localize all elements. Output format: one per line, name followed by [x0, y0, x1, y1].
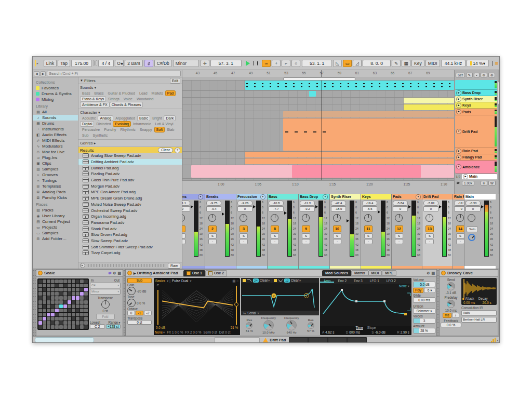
detune-value[interactable]: Det 0 ct: [219, 330, 231, 334]
attack-value[interactable]: 0.00 ms: [463, 301, 475, 304]
fader-handle[interactable]: [347, 219, 349, 222]
scale-cell[interactable]: [59, 296, 63, 300]
tag-evolving[interactable]: Evolving: [113, 122, 130, 126]
scale-cell[interactable]: [76, 300, 79, 304]
result-item-soft-shimmer-filter-sweep-pad-adv[interactable]: Soft Shimmer Filter Sweep Pad.adv: [78, 244, 182, 250]
clear-filters-button[interactable]: Clear: [158, 148, 173, 153]
scale-cell[interactable]: [80, 300, 84, 304]
pan-knob[interactable]: [456, 214, 464, 222]
scale-cell[interactable]: [51, 292, 55, 296]
strip-fold-icon[interactable]: ▾: [323, 194, 328, 200]
env-r-value[interactable]: R2.90 s: [397, 330, 409, 334]
fader-handle[interactable]: [253, 205, 256, 208]
track-number[interactable]: 10: [333, 225, 341, 232]
scale-cell[interactable]: [47, 284, 50, 287]
preview-waveform[interactable]: [87, 264, 166, 267]
scale-cell[interactable]: [63, 325, 67, 329]
tag-digital[interactable]: Digital: [81, 122, 94, 126]
mixer-strip-keys[interactable]: Keys-19.4-6.6606121824303642486011S◦: [361, 194, 392, 269]
scale-cell[interactable]: [59, 317, 63, 321]
scale-cell[interactable]: [80, 280, 84, 283]
scale-cell[interactable]: [47, 313, 50, 316]
tab-osc2[interactable]: Osc 2: [205, 270, 227, 276]
wt-position-slider[interactable]: [233, 284, 240, 326]
tag-arpeggiated[interactable]: Arpeggiated: [114, 116, 137, 121]
wavetable-on-button[interactable]: [127, 271, 132, 275]
computer-midi-keyboard-button[interactable]: ▦: [402, 60, 410, 67]
scale-cell[interactable]: [43, 296, 46, 300]
scale-cell[interactable]: [51, 313, 55, 316]
tab-matrix[interactable]: Matrix: [351, 270, 368, 276]
scale-cell[interactable]: [80, 284, 84, 287]
sidebar-item-modulators[interactable]: ∿Modulators: [33, 143, 78, 149]
result-item-fizzling-pad-adv[interactable]: Fizzling Pad.adv: [78, 171, 182, 177]
filter1-on-button[interactable]: [243, 279, 246, 282]
filter2-type-icon[interactable]: [278, 278, 283, 282]
tag-synthetic[interactable]: Synthetic: [91, 133, 109, 138]
scale-root-select[interactable]: C#▾: [90, 283, 121, 288]
osc-gain-slider[interactable]: C: [154, 284, 162, 326]
sidebar-item-drums[interactable]: ▦Drums: [33, 121, 78, 126]
unfold-icon[interactable]: ▶: [456, 90, 461, 96]
tag-acoustic[interactable]: Acoustic: [81, 116, 97, 121]
scale-cell[interactable]: [84, 325, 88, 329]
strip-fold-icon[interactable]: ▾: [260, 194, 265, 200]
push-status-icon[interactable]: [35, 60, 36, 66]
sidebar-item-grooves[interactable]: ≈Grooves: [33, 172, 78, 178]
scale-cell[interactable]: [68, 304, 71, 308]
scale-cell[interactable]: [59, 280, 63, 283]
f2-res-value[interactable]: 57 %: [307, 329, 314, 332]
scale-cell[interactable]: [47, 325, 50, 329]
scale-cell[interactable]: [72, 284, 75, 287]
range-value[interactable]: +128 st: [106, 324, 121, 329]
scale-cell[interactable]: [38, 325, 42, 329]
punch-out-button[interactable]: ◿: [353, 60, 362, 67]
f2-freq-value[interactable]: 640 Hz: [287, 331, 297, 334]
tag-punchy[interactable]: Punchy: [102, 127, 117, 132]
predelay-value[interactable]: 10.0 ms: [441, 309, 461, 312]
sidebar-item-sounds[interactable]: ♪Sounds: [33, 115, 78, 121]
result-item-shark-pad-adv[interactable]: Shark Pad.adv: [78, 225, 182, 232]
tab-midi[interactable]: MIDI: [368, 270, 382, 276]
scale-cell[interactable]: [76, 288, 79, 291]
scale-cell[interactable]: [76, 280, 79, 283]
loop-button[interactable]: ▭: [343, 60, 352, 67]
scale-cell[interactable]: [63, 284, 67, 287]
ir-waveform-display[interactable]: ■ Attack Decay 0.00 ms 20.0 s: [461, 278, 497, 305]
volume-value[interactable]: 0: [393, 206, 408, 211]
scale-cell[interactable]: [76, 304, 79, 308]
sidebar-item-audio-effects[interactable]: ◧Audio Effects: [33, 132, 78, 138]
filter-display[interactable]: 2 1: [241, 283, 319, 311]
scale-cell[interactable]: [84, 288, 88, 291]
tag-bright[interactable]: Bright: [151, 116, 163, 121]
scale-cell[interactable]: [38, 300, 42, 304]
remove-automation-lane-icon[interactable]: ⊕: [488, 73, 495, 77]
tag-rhythmic[interactable]: Rhythmic: [119, 127, 137, 132]
tab-env2[interactable]: Env 2: [334, 279, 350, 283]
scale-cell[interactable]: [63, 317, 67, 321]
track-header-blank[interactable]: [455, 80, 497, 90]
unfold-icon[interactable]: ▶: [463, 174, 468, 179]
track-number[interactable]: 2: [208, 225, 217, 232]
mixer-strip-drums[interactable]: Drums▾-11.1060612182430364248601S◦: [182, 194, 205, 269]
tag-sub[interactable]: Sub: [81, 133, 90, 138]
scale-cell[interactable]: [47, 300, 50, 304]
predelay-knob[interactable]: [447, 300, 455, 308]
pan-knob[interactable]: [182, 214, 185, 222]
scale-cell[interactable]: [68, 284, 71, 287]
pitch-mod-select[interactable]: None: [155, 330, 163, 334]
main-track-row[interactable]: 1/2▶Main: [455, 174, 498, 180]
solo-button[interactable]: Solo: [467, 227, 478, 232]
scale-cell[interactable]: [51, 300, 55, 304]
tab-lfo1[interactable]: LFO 1: [366, 279, 383, 283]
scale-cell[interactable]: [76, 317, 79, 321]
volume-value[interactable]: -9.4: [206, 206, 221, 211]
tag-brass[interactable]: Brass: [93, 91, 105, 96]
tag-woodwind[interactable]: Woodwind: [135, 97, 155, 101]
track-number[interactable]: 11: [364, 225, 373, 232]
scale-cell[interactable]: [47, 296, 50, 300]
scale-cell[interactable]: [84, 292, 88, 296]
track-header-flangy-pad[interactable]: ▶Flangy Pad: [455, 154, 497, 161]
scale-cell[interactable]: [76, 292, 79, 296]
scale-cell[interactable]: [76, 325, 79, 329]
